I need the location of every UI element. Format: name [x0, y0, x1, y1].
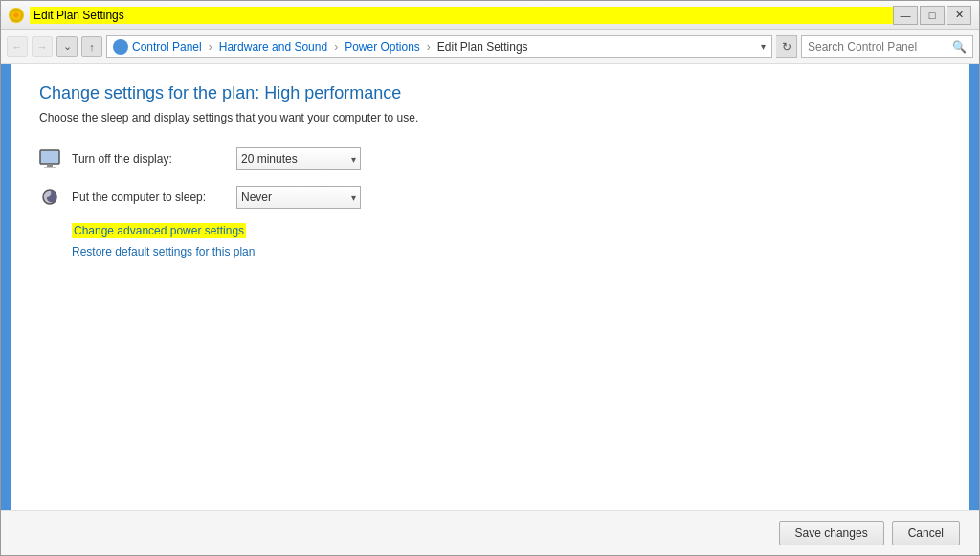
- display-select-wrapper: 1 minute 2 minutes 5 minutes 10 minutes …: [236, 147, 361, 170]
- minimize-button[interactable]: —: [893, 6, 918, 25]
- turn-off-display-row: Turn off the display: 1 minute 2 minutes…: [39, 147, 941, 170]
- window-title: Edit Plan Settings: [30, 7, 893, 24]
- svg-rect-2: [47, 164, 53, 167]
- breadcrumb-power-options[interactable]: Power Options: [345, 40, 420, 54]
- back-button[interactable]: ←: [7, 36, 28, 57]
- window-controls: — □ ✕: [893, 6, 971, 25]
- forward-button[interactable]: →: [32, 36, 53, 57]
- svg-rect-1: [40, 150, 59, 164]
- separator2: ›: [334, 40, 338, 54]
- address-dropdown-button[interactable]: ▾: [761, 41, 766, 52]
- cancel-button[interactable]: Cancel: [892, 521, 960, 545]
- svg-rect-3: [44, 167, 56, 168]
- window-icon: [9, 8, 24, 23]
- page-title: Change settings for the plan: High perfo…: [39, 83, 941, 103]
- sleep-select-wrapper: 1 minute 2 minutes 5 minutes 10 minutes …: [236, 186, 361, 209]
- separator3: ›: [427, 40, 431, 54]
- left-accent-strip: [1, 64, 11, 510]
- restore-defaults-link[interactable]: Restore default settings for this plan: [72, 245, 941, 258]
- right-accent-strip: [969, 64, 979, 510]
- search-input[interactable]: [808, 40, 952, 54]
- maximize-button[interactable]: □: [920, 6, 945, 25]
- main-content: Change settings for the plan: High perfo…: [11, 64, 969, 510]
- navbar: ← → ⌄ ↑ Control Panel › Hardware and Sou…: [1, 30, 979, 64]
- search-icon: 🔍: [952, 40, 967, 54]
- content-area: Change settings for the plan: High perfo…: [1, 64, 979, 510]
- sleep-icon: [39, 187, 60, 208]
- separator1: ›: [209, 40, 212, 54]
- breadcrumb-hardware[interactable]: Hardware and Sound: [219, 40, 327, 54]
- titlebar: Edit Plan Settings — □ ✕: [1, 1, 979, 30]
- advanced-settings-link[interactable]: Change advanced power settings: [72, 223, 246, 238]
- up-button[interactable]: ↑: [81, 36, 102, 57]
- refresh-button[interactable]: ↻: [776, 35, 797, 58]
- dropdown-button[interactable]: ⌄: [56, 36, 78, 57]
- save-button[interactable]: Save changes: [779, 521, 884, 545]
- monitor-icon: [39, 148, 60, 169]
- display-select[interactable]: 1 minute 2 minutes 5 minutes 10 minutes …: [236, 147, 361, 170]
- close-button[interactable]: ✕: [947, 6, 971, 25]
- breadcrumb-current: Edit Plan Settings: [437, 40, 528, 54]
- page-subtitle: Choose the sleep and display settings th…: [39, 111, 941, 124]
- sleep-label: Put the computer to sleep:: [72, 190, 225, 204]
- links-section: Change advanced power settings Restore d…: [72, 224, 941, 258]
- display-label: Turn off the display:: [72, 152, 225, 166]
- globe-icon: [113, 39, 128, 55]
- sleep-row: Put the computer to sleep: 1 minute 2 mi…: [39, 186, 941, 209]
- sleep-select[interactable]: 1 minute 2 minutes 5 minutes 10 minutes …: [236, 186, 361, 209]
- search-bar[interactable]: 🔍: [801, 35, 973, 58]
- address-bar[interactable]: Control Panel › Hardware and Sound › Pow…: [106, 35, 772, 58]
- window: Edit Plan Settings — □ ✕ ← → ⌄ ↑ Control…: [0, 0, 980, 556]
- bottom-bar: Save changes Cancel: [1, 510, 979, 555]
- breadcrumb-control-panel[interactable]: Control Panel: [132, 40, 202, 54]
